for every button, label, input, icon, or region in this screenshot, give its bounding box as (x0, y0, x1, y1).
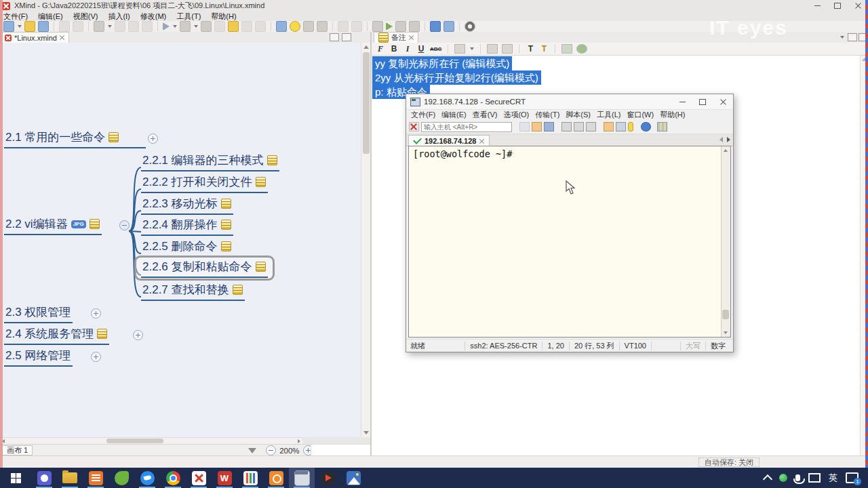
crt-menu-tools[interactable]: 工具(L) (597, 110, 620, 120)
note-icon[interactable] (90, 219, 100, 229)
task-info-icon[interactable] (303, 21, 314, 32)
zoom-level[interactable]: 200% (279, 447, 299, 455)
map-grid-icon[interactable] (657, 122, 667, 131)
topic-2-2-2[interactable]: 2.2.2 打开和关闭文件 (141, 174, 268, 193)
underline-icon[interactable]: U (416, 44, 426, 54)
note-icon[interactable] (97, 329, 107, 339)
key-icon[interactable] (628, 122, 633, 131)
note-icon[interactable] (233, 285, 243, 295)
print-setup-icon[interactable] (586, 122, 596, 131)
taskbar-app-xmind[interactable] (186, 468, 212, 488)
timer-icon[interactable] (395, 21, 406, 32)
eraser-icon[interactable] (351, 21, 362, 32)
spreadsheet-icon[interactable] (386, 22, 393, 30)
comment-icon[interactable] (255, 21, 266, 32)
menu-modify[interactable]: 修改(M) (140, 12, 167, 22)
sheet-tab[interactable]: 画布 1 (2, 445, 33, 455)
taskbar-app-orange[interactable] (263, 468, 289, 488)
keymap-icon[interactable] (616, 122, 626, 131)
idea-lightbulb-icon[interactable] (290, 21, 300, 32)
note-icon[interactable] (108, 132, 119, 142)
securecrt-titlebar[interactable]: 192.168.74.128 - SecureCRT (406, 94, 733, 110)
start-button[interactable] (0, 468, 31, 488)
scroll-thumb[interactable] (722, 310, 729, 319)
font-color-icon[interactable]: T (526, 44, 535, 54)
menu-tools[interactable]: 工具(T) (176, 12, 201, 22)
note-icon[interactable] (256, 262, 266, 272)
note-icon[interactable] (221, 199, 231, 209)
microphone-icon[interactable] (795, 474, 800, 481)
panels-icon[interactable] (372, 21, 383, 32)
session-tab-close-icon[interactable] (479, 139, 484, 144)
export-icon[interactable] (443, 21, 454, 32)
expand-plus-icon[interactable] (133, 330, 143, 340)
jpg-attachment-icon[interactable]: JPG (71, 220, 86, 228)
structure-caret-icon[interactable] (108, 25, 112, 28)
bold-icon[interactable]: B (389, 44, 399, 54)
terminal-area[interactable]: [root@wolfcode ~]# (408, 146, 731, 338)
audio-note-icon[interactable] (241, 21, 252, 32)
crt-menu-edit[interactable]: 编辑(E) (441, 110, 467, 120)
crt-minimize-button[interactable] (672, 95, 692, 109)
note-icon[interactable] (267, 155, 277, 165)
host-input[interactable] (421, 122, 512, 132)
taskbar-app-wps[interactable]: W (212, 468, 237, 488)
outdent-icon[interactable] (502, 44, 513, 54)
menu-insert[interactable]: 插入(I) (108, 12, 130, 22)
scroll-thumb[interactable] (106, 439, 163, 443)
crt-menu-script[interactable]: 脚本(S) (566, 110, 591, 120)
canvas-vertical-scrollbar[interactable] (361, 43, 371, 437)
zoom-view-icon[interactable] (409, 21, 420, 32)
expand-plus-icon[interactable] (91, 352, 101, 362)
crt-menu-transfer[interactable]: 传输(T) (535, 110, 559, 120)
hyperlink-icon[interactable] (214, 21, 225, 32)
expand-plus-icon[interactable] (91, 308, 101, 319)
scroll-thumb[interactable] (363, 52, 370, 154)
new-file-icon[interactable] (3, 21, 14, 32)
notes-tab[interactable]: 备注 (374, 32, 418, 43)
minimize-button[interactable] (807, 1, 827, 12)
scroll-down-icon[interactable] (724, 331, 728, 334)
notes-tab-close-icon[interactable] (409, 35, 414, 40)
editor-tab-close-icon[interactable] (60, 35, 64, 40)
undo-icon[interactable] (59, 21, 70, 32)
present-icon[interactable] (163, 22, 170, 30)
tab-scroll-left-icon[interactable] (719, 137, 723, 142)
tray-green-status-icon[interactable] (779, 474, 787, 482)
scroll-right-icon[interactable] (298, 439, 300, 443)
session-tab[interactable]: 192.168.74.128 (408, 135, 490, 146)
crt-close-button[interactable] (713, 95, 733, 109)
hyperlink-globe-icon[interactable] (576, 44, 587, 54)
topic-2-2-4[interactable]: 2.2.4 翻屏操作 (141, 217, 233, 236)
menu-file[interactable]: 文件(F) (3, 12, 28, 22)
settings-gear-icon[interactable] (465, 21, 475, 32)
italic-icon[interactable]: I (403, 44, 412, 54)
tray-expand-icon[interactable] (763, 474, 772, 483)
notes-panel-menu-icon[interactable] (840, 36, 844, 39)
insert-image-icon[interactable] (561, 44, 572, 54)
scroll-up-icon[interactable] (724, 149, 728, 152)
note-icon[interactable] (256, 177, 266, 187)
paste-icon[interactable] (532, 122, 542, 131)
disconnect-icon[interactable] (409, 122, 419, 131)
new-file-caret-icon[interactable] (18, 25, 22, 28)
topic-2-5[interactable]: 2.5 网络管理 (4, 348, 73, 367)
present-caret-icon[interactable] (173, 25, 177, 28)
crt-menu-view[interactable]: 查看(V) (473, 110, 498, 120)
scroll-down-icon[interactable] (363, 431, 369, 434)
crt-menu-window[interactable]: 窗口(W) (627, 110, 654, 120)
numbering-icon[interactable] (115, 21, 125, 32)
list-caret-icon[interactable] (470, 47, 474, 50)
indent-icon[interactable] (487, 44, 498, 54)
terminal-scrollbar[interactable] (721, 146, 730, 337)
topic-2-2[interactable]: 2.2 vi编辑器 JPG (4, 216, 102, 235)
outline-icon[interactable] (128, 21, 139, 32)
notes-icon[interactable] (228, 21, 239, 32)
list-icon[interactable] (454, 44, 465, 54)
expand-plus-icon[interactable] (148, 134, 158, 144)
editor-tab[interactable]: *Linux.xmind (0, 32, 69, 43)
open-file-icon[interactable] (24, 21, 35, 32)
save-icon[interactable] (38, 21, 49, 32)
topic-2-1[interactable]: 2.1 常用的一些命令 (4, 129, 146, 148)
taskbar-app-dingtalk[interactable] (134, 468, 160, 488)
